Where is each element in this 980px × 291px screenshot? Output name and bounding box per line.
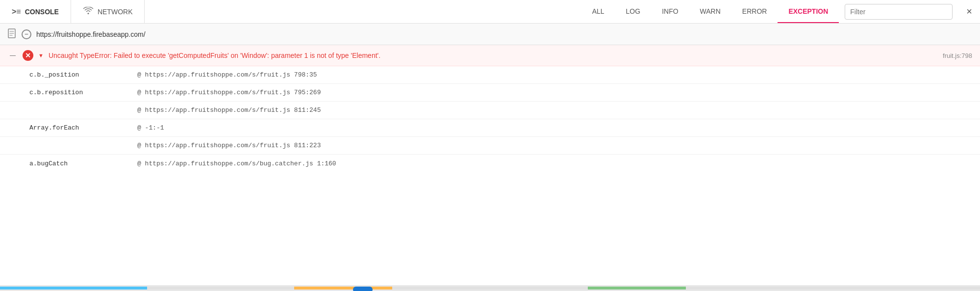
console-icon: >≡ (12, 7, 21, 16)
stack-fn: Array.forEach (29, 124, 137, 132)
page-icon (8, 28, 17, 40)
stack-location: @ https://app.fruitshoppe.com/s/fruit.js… (137, 71, 317, 79)
tab-exception[interactable]: EXCEPTION (778, 0, 839, 23)
table-row: @ https://app.fruitshoppe.com/s/fruit.js… (0, 102, 980, 119)
network-tab[interactable]: NETWORK (71, 0, 145, 23)
stack-location: @ https://app.fruitshoppe.com/s/fruit.js… (137, 89, 321, 96)
expand-triangle[interactable]: ▼ (38, 53, 44, 58)
table-row: a.bugCatch @ https://app.fruitshoppe.com… (0, 155, 980, 172)
scrollbar-track (0, 287, 980, 290)
console-tab-label: CONSOLE (25, 8, 59, 16)
table-row: c.b._position @ https://app.fruitshoppe.… (0, 66, 980, 84)
stack-location: @ https://app.fruitshoppe.com/s/fruit.js… (137, 142, 321, 149)
filter-input-wrapper (845, 4, 953, 20)
close-button[interactable]: × (958, 0, 980, 23)
bottom-scrollbar[interactable] (0, 285, 980, 291)
toolbar: >≡ CONSOLE NETWORK ALL LOG (0, 0, 980, 24)
url-bar: − https://fruitshoppe.firebaseapp.com/ (0, 24, 980, 45)
stack-trace: c.b._position @ https://app.fruitshoppe.… (0, 66, 980, 285)
stack-location: @ https://app.fruitshoppe.com/s/bug.catc… (137, 160, 336, 167)
error-source: fruit.js:798 (943, 52, 972, 59)
console-panel: >≡ CONSOLE NETWORK ALL LOG (0, 0, 980, 291)
block-icon: − (22, 29, 31, 39)
error-message: Uncaught TypeError: Failed to execute 'g… (49, 52, 938, 59)
stack-location: @ https://app.fruitshoppe.com/s/fruit.js… (137, 106, 321, 114)
tab-warn[interactable]: WARN (689, 0, 731, 23)
tab-error[interactable]: ERROR (731, 0, 778, 23)
filter-input[interactable] (850, 8, 938, 16)
table-row: c.b.reposition @ https://app.fruitshoppe… (0, 84, 980, 102)
stack-fn: c.b.reposition (29, 89, 137, 96)
close-icon: × (966, 6, 972, 17)
table-row: Array.forEach @ -1:-1 (0, 119, 980, 137)
error-header: — ✕ ▼ Uncaught TypeError: Failed to exec… (0, 45, 980, 66)
tab-all[interactable]: ALL (581, 0, 615, 23)
stack-fn: a.bugCatch (29, 160, 137, 167)
wifi-icon (83, 7, 94, 17)
tab-info[interactable]: INFO (651, 0, 689, 23)
filter-tabs: ALL LOG INFO WARN ERROR EXCEPTION (581, 0, 839, 23)
error-icon: ✕ (23, 50, 33, 61)
tab-log[interactable]: LOG (615, 0, 652, 23)
stack-location: @ -1:-1 (137, 124, 164, 132)
table-row: @ https://app.fruitshoppe.com/s/fruit.js… (0, 137, 980, 155)
scrollbar-thumb[interactable] (353, 287, 373, 291)
url-text: https://fruitshoppe.firebaseapp.com/ (36, 30, 146, 38)
collapse-button[interactable]: — (8, 51, 18, 60)
console-tab[interactable]: >≡ CONSOLE (0, 0, 71, 23)
network-tab-label: NETWORK (98, 8, 133, 16)
error-section: — ✕ ▼ Uncaught TypeError: Failed to exec… (0, 45, 980, 66)
stack-fn: c.b._position (29, 71, 137, 79)
